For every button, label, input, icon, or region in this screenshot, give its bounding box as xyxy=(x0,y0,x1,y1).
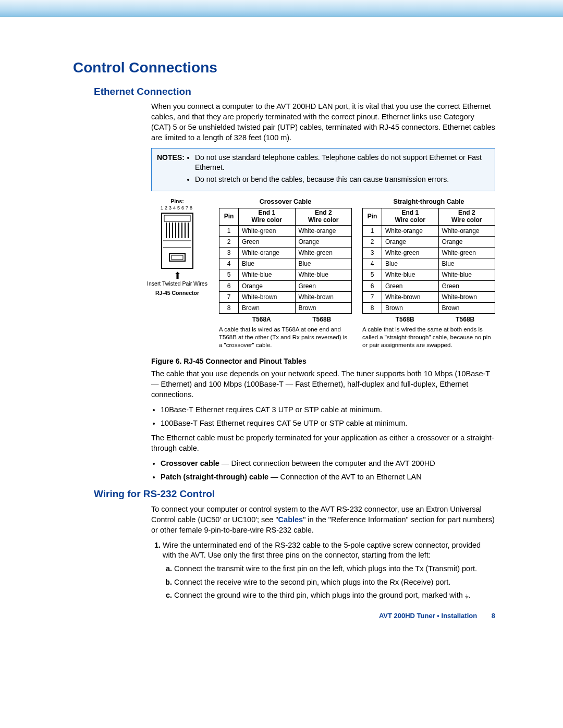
up-arrow-icon: ⬆ xyxy=(146,272,209,280)
section-rs232-title: Wiring for RS-232 Control xyxy=(94,487,495,501)
cell-end2: Brown xyxy=(438,302,495,313)
cell-end2: Orange xyxy=(295,236,352,247)
crossover-title: Crossover Cable xyxy=(219,198,352,206)
cell-end1: Green xyxy=(382,280,439,291)
footer-text: AVT 200HD Tuner • Installation xyxy=(379,612,477,620)
th-end2: End 2Wire color xyxy=(438,208,495,225)
std-label: T568B xyxy=(292,315,352,324)
table-row: 5White-blueWhite-blue xyxy=(219,269,352,280)
page-footer: AVT 200HD Tuner • Installation 8 xyxy=(379,611,495,621)
cell-end2: White-blue xyxy=(438,269,495,280)
cell-end1: White-green xyxy=(239,225,296,236)
table-row: 5White-blueWhite-blue xyxy=(363,269,495,280)
th-end1: End 1Wire color xyxy=(239,208,296,225)
cell-end2: White-brown xyxy=(295,291,352,302)
table-row: 8BrownBrown xyxy=(219,302,352,313)
table-row: 1White-greenWhite-orange xyxy=(219,225,352,236)
list-text: — Connection of the AVT to an Ethernet L… xyxy=(268,473,422,481)
table-row: 4BlueBlue xyxy=(219,258,352,269)
cell-end1: Brown xyxy=(239,302,296,313)
connector-name-label: RJ-45 Connector xyxy=(146,289,209,297)
cell-end2: White-orange xyxy=(295,225,352,236)
substep-text-pre: Connect the ground wire to the third pin… xyxy=(174,591,465,599)
cable-speed-paragraph: The cable that you use depends on your n… xyxy=(151,368,495,400)
table-row: 6GreenGreen xyxy=(363,280,495,291)
cell-end1: White-blue xyxy=(239,269,296,280)
cell-end1: Green xyxy=(239,236,296,247)
cell-end2: White-orange xyxy=(438,225,495,236)
cell-pin: 4 xyxy=(219,258,239,269)
cell-end2: White-green xyxy=(438,247,495,258)
table-row: 4BlueBlue xyxy=(363,258,495,269)
cell-end1: Orange xyxy=(239,280,296,291)
list-item: Crossover cable — Direct connection betw… xyxy=(161,459,495,469)
cell-end2: Green xyxy=(438,280,495,291)
cell-pin: 6 xyxy=(363,280,382,291)
ethernet-intro: When you connect a computer to the AVT 2… xyxy=(151,101,495,143)
cell-pin: 8 xyxy=(363,302,382,313)
cell-end1: Orange xyxy=(382,236,439,247)
lead-label: Patch (straight-through) cable xyxy=(161,473,268,481)
cell-end1: White-orange xyxy=(239,247,296,258)
th-end1: End 1Wire color xyxy=(382,208,439,225)
cell-end2: White-brown xyxy=(438,291,495,302)
cell-pin: 7 xyxy=(363,291,382,302)
termination-paragraph: The Ethernet cable must be properly term… xyxy=(151,433,495,453)
cell-end2: Brown xyxy=(295,302,352,313)
note-item: Do not stretch or bend the cables, becau… xyxy=(195,175,489,184)
cell-end2: White-blue xyxy=(295,269,352,280)
table-row: 3White-orangeWhite-green xyxy=(219,247,352,258)
std-label: T568B xyxy=(375,315,435,324)
cell-end1: White-green xyxy=(382,247,439,258)
svg-rect-13 xyxy=(172,255,183,260)
top-gradient-bar xyxy=(0,0,563,17)
cables-link[interactable]: Cables xyxy=(278,515,303,524)
cell-end2: Blue xyxy=(438,258,495,269)
cable-req-list: 10Base-T Ethernet requires CAT 3 UTP or … xyxy=(151,405,495,428)
table-row: 7White-brownWhite-brown xyxy=(219,291,352,302)
list-item: 100Base-T Fast Ethernet requires CAT 5e … xyxy=(161,418,495,429)
page-number: 8 xyxy=(492,612,495,620)
table-row: 2OrangeOrange xyxy=(363,236,495,247)
cell-end1: White-brown xyxy=(239,291,296,302)
table-row: 7White-brownWhite-brown xyxy=(363,291,495,302)
note-item: Do not use standard telephone cables. Te… xyxy=(195,153,489,172)
cell-pin: 3 xyxy=(219,247,239,258)
cell-pin: 8 xyxy=(219,302,239,313)
rj45-icon xyxy=(159,212,195,269)
table-row: 8BrownBrown xyxy=(363,302,495,313)
cell-pin: 3 xyxy=(363,247,382,258)
step-text: Wire the unterminated end of the RS-232 … xyxy=(163,541,481,560)
list-item: Patch (straight-through) cable — Connect… xyxy=(161,472,495,483)
cell-end1: Brown xyxy=(382,302,439,313)
figure-area: Pins: 12345678 ⬆ Insert Twisted P xyxy=(146,198,495,349)
table-row: 1White-orangeWhite-orange xyxy=(363,225,495,236)
rj45-connector-diagram: Pins: 12345678 ⬆ Insert Twisted P xyxy=(146,198,209,297)
figure-caption: Figure 6. RJ-45 Connector and Pinout Tab… xyxy=(151,356,495,366)
straight-table: Pin End 1Wire color End 2Wire color 1Whi… xyxy=(362,208,495,314)
list-text: — Direct connection between the computer… xyxy=(219,459,435,467)
cell-pin: 7 xyxy=(219,291,239,302)
crossover-standards: T568A T568B xyxy=(219,315,352,324)
cell-end2: Orange xyxy=(438,236,495,247)
substep-item: Connect the receive wire to the second p… xyxy=(174,577,495,588)
std-label: T568A xyxy=(231,315,292,324)
cell-end1: White-brown xyxy=(382,291,439,302)
cell-pin: 1 xyxy=(363,225,382,236)
straight-caption: A cable that is wired the same at both e… xyxy=(362,326,495,349)
list-item: 10Base-T Ethernet requires CAT 3 UTP or … xyxy=(161,405,495,415)
cell-pin: 5 xyxy=(219,269,239,280)
substep-text-post: . xyxy=(469,591,471,599)
notes-box: NOTES: Do not use standard telephone cab… xyxy=(151,148,495,191)
cell-pin: 4 xyxy=(363,258,382,269)
th-pin: Pin xyxy=(363,208,382,225)
std-label: T568B xyxy=(435,315,496,324)
cell-end2: White-green xyxy=(295,247,352,258)
cell-pin: 2 xyxy=(363,236,382,247)
svg-rect-1 xyxy=(164,215,190,221)
straight-title: Straight-through Cable xyxy=(362,198,495,206)
lead-label: Crossover cable xyxy=(161,459,219,467)
insert-wires-label: Insert Twisted Pair Wires xyxy=(146,280,209,287)
substep-item: Connect the ground wire to the third pin… xyxy=(174,590,495,601)
cable-type-list: Crossover cable — Direct connection betw… xyxy=(151,459,495,482)
